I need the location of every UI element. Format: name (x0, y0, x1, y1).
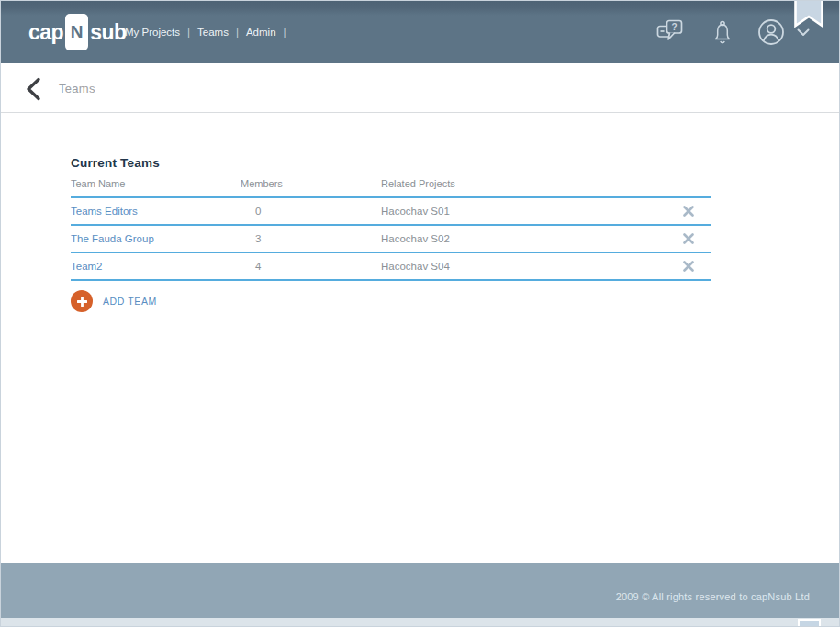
delete-team-button[interactable] (681, 259, 696, 274)
add-team-button[interactable]: ADD TEAM (71, 290, 157, 312)
main-content: Current Teams Team Name Members Related … (71, 114, 711, 312)
team-name-link[interactable]: Team2 (71, 261, 103, 272)
table-row: Teams Editors 0 Hacochav S01 (71, 198, 711, 226)
section-title: Current Teams (71, 156, 711, 170)
question-mark-glyph: ? (671, 22, 677, 32)
column-header-members: Members (241, 178, 381, 196)
back-icon[interactable] (25, 77, 43, 101)
delete-cell (681, 231, 696, 246)
members-cell: 4 (241, 261, 381, 272)
delete-cell (681, 259, 696, 274)
copyright-text: 2009 © All rights reserved to capNsub Lt… (616, 591, 810, 602)
nav-admin[interactable]: Admin (246, 27, 276, 38)
plus-icon (71, 290, 93, 312)
user-account-icon[interactable] (757, 18, 785, 46)
add-team-label: ADD TEAM (103, 296, 157, 307)
close-icon (683, 233, 694, 244)
related-projects-cell: Hacochav S04 (381, 261, 666, 272)
nav-my-projects[interactable]: My Projects (125, 27, 180, 38)
page: cap N sub My Projects | Teams | Admin | … (0, 0, 840, 627)
bookmark-ribbon-icon[interactable] (793, 0, 824, 30)
bottom-bookmark-peek-icon[interactable] (798, 619, 821, 626)
icon-divider (745, 25, 745, 40)
members-cell: 0 (241, 206, 381, 217)
team-name-cell: Teams Editors (71, 206, 241, 217)
column-header-related-projects: Related Projects (381, 178, 666, 196)
related-projects-cell: Hacochav S01 (381, 206, 666, 217)
close-icon (683, 206, 694, 217)
column-header-actions (666, 189, 711, 196)
icon-divider (700, 25, 700, 40)
nav-separator: | (187, 27, 190, 38)
logo-text-cap: cap (28, 20, 63, 45)
logo[interactable]: cap N sub (28, 1, 127, 63)
team-name-cell: Team2 (71, 261, 241, 272)
table-row: The Fauda Group 3 Hacochav S02 (71, 226, 711, 253)
delete-team-button[interactable] (681, 204, 696, 218)
app-footer: 2009 © All rights reserved to capNsub Lt… (1, 563, 839, 620)
column-header-team-name: Team Name (71, 178, 241, 196)
nav-teams[interactable]: Teams (197, 27, 229, 38)
main-nav: My Projects | Teams | Admin | (125, 1, 286, 63)
close-icon (683, 261, 694, 272)
related-projects-cell: Hacochav S02 (381, 233, 666, 244)
team-name-cell: The Fauda Group (71, 233, 241, 244)
footer-strip (1, 618, 839, 626)
page-title: Teams (59, 63, 95, 113)
delete-team-button[interactable] (681, 231, 696, 246)
logo-tile-letter: N (71, 22, 84, 42)
delete-cell (681, 204, 696, 218)
table-row: Team2 4 Hacochav S04 (71, 253, 711, 281)
team-name-link[interactable]: Teams Editors (71, 206, 138, 217)
logo-text-sub: sub (90, 20, 126, 45)
team-name-link[interactable]: The Fauda Group (71, 233, 154, 244)
help-chat-icon[interactable]: ? (656, 18, 688, 46)
app-header: cap N sub My Projects | Teams | Admin | … (1, 1, 839, 63)
header-icons: ? (656, 1, 810, 63)
subheader: Teams (1, 63, 839, 113)
nav-separator: | (236, 27, 239, 38)
notifications-bell-icon[interactable] (712, 20, 733, 45)
nav-separator: | (284, 27, 286, 38)
logo-n-tile-icon: N (65, 14, 88, 50)
members-cell: 3 (241, 233, 381, 244)
table-header-row: Team Name Members Related Projects (71, 170, 711, 198)
